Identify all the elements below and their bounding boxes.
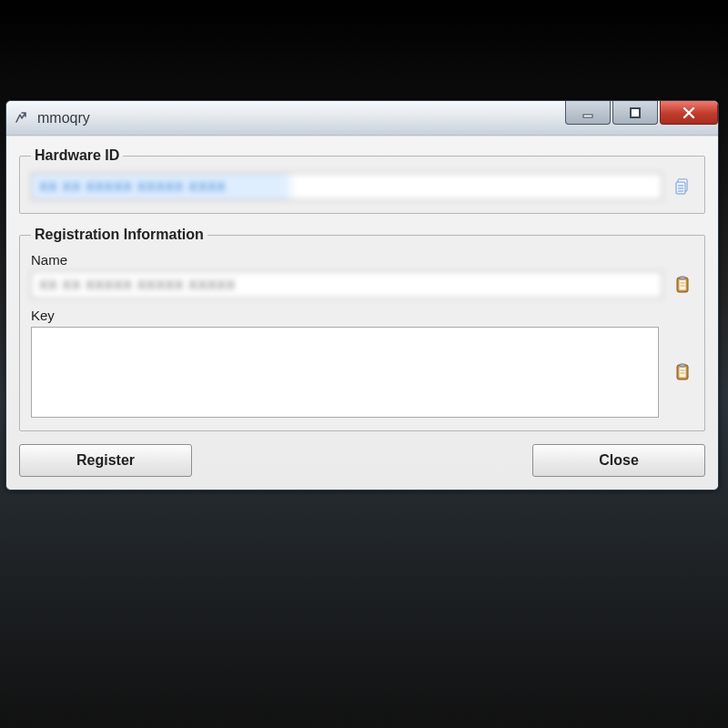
hardware-id-group: Hardware ID xyxy=(19,147,705,214)
copy-icon xyxy=(674,177,691,196)
key-field[interactable] xyxy=(31,327,659,418)
window-caption-buttons xyxy=(565,101,718,126)
svg-rect-1 xyxy=(631,108,640,117)
registration-group: Registration Information Name xyxy=(19,227,705,431)
clipboard-icon xyxy=(674,276,691,294)
name-label: Name xyxy=(31,252,693,268)
app-icon xyxy=(14,110,30,126)
close-icon xyxy=(682,106,696,120)
titlebar[interactable]: mmoqry xyxy=(6,101,718,136)
svg-rect-9 xyxy=(680,277,685,279)
svg-rect-0 xyxy=(583,115,592,117)
copy-hardware-id-button[interactable] xyxy=(672,176,693,197)
name-field[interactable] xyxy=(31,271,662,298)
client-area: Hardware ID Registration Information Na xyxy=(6,136,718,490)
key-label: Key xyxy=(31,308,693,323)
svg-rect-13 xyxy=(679,367,686,378)
svg-rect-14 xyxy=(680,364,685,367)
registration-legend: Registration Information xyxy=(31,227,207,243)
paste-name-button[interactable] xyxy=(672,274,693,296)
close-button[interactable]: Close xyxy=(532,444,705,477)
minimize-icon xyxy=(581,106,594,119)
hardware-id-field[interactable] xyxy=(31,173,662,200)
dialog-window: mmoqry Hardware ID xyxy=(5,100,719,490)
minimize-button[interactable] xyxy=(565,101,611,125)
register-button[interactable]: Register xyxy=(19,444,192,477)
clipboard-icon xyxy=(674,363,691,381)
paste-key-button[interactable] xyxy=(672,361,693,383)
close-window-button[interactable] xyxy=(660,101,718,125)
maximize-icon xyxy=(629,106,642,119)
hardware-id-legend: Hardware ID xyxy=(31,147,123,164)
svg-rect-8 xyxy=(679,279,686,290)
maximize-button[interactable] xyxy=(612,101,658,125)
window-title: mmoqry xyxy=(37,110,90,126)
button-bar: Register Close xyxy=(19,444,705,477)
